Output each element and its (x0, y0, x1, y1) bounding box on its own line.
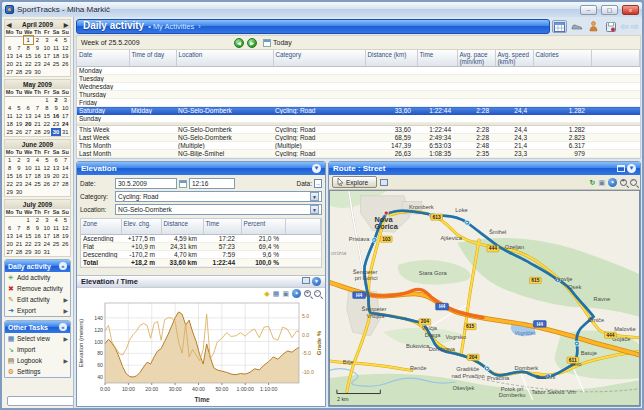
calendar-day[interactable]: 22 (42, 120, 51, 128)
column-header[interactable]: Location (176, 50, 273, 67)
calendar-day[interactable]: 10 (61, 104, 70, 112)
calendar-day[interactable]: 16 (51, 112, 60, 120)
calendar-day[interactable]: 10 (42, 44, 51, 52)
column-header[interactable]: Avg. pace (min/km) (457, 50, 495, 67)
column-header[interactable]: Time of day (129, 50, 176, 67)
elevation-chart[interactable]: 0:0010:0020:0030:0040:0050:001:00:001:10… (77, 299, 325, 406)
close-button[interactable]: x (622, 5, 639, 15)
calendar-day[interactable]: 19 (61, 232, 70, 240)
calendar-day[interactable]: 23 (33, 240, 42, 248)
chart-type-icon[interactable]: ▦ (273, 289, 280, 298)
table-row[interactable]: Monday (77, 67, 640, 75)
calendar-day[interactable]: 3 (61, 96, 70, 104)
calendar-day[interactable]: 14 (33, 112, 42, 120)
calendar-day[interactable]: 1 (5, 156, 14, 164)
calendar-day[interactable]: 15 (5, 172, 14, 180)
map-compass-icon[interactable]: ✦ (608, 178, 617, 187)
column-header[interactable]: Date (77, 50, 129, 67)
column-header[interactable]: Avg. speed (km/h) (495, 50, 533, 67)
task-item-logbook[interactable]: ▤Logbook▶ (5, 355, 70, 366)
table-row[interactable]: Wednesday (77, 83, 640, 91)
today-button[interactable]: Today (260, 38, 295, 48)
refresh-icon[interactable]: ↻ (590, 178, 596, 187)
table-row[interactable]: SaturdayMiddayNG-Selo-DornberkCycling: R… (77, 107, 640, 115)
calendar-day[interactable]: 12 (61, 44, 70, 52)
route-menu-icon[interactable]: ▼ (627, 164, 636, 173)
calendar-day[interactable]: 13 (51, 164, 60, 172)
route-select-icon[interactable] (380, 179, 388, 186)
calendar-day[interactable]: 5 (42, 156, 51, 164)
calendar-day[interactable]: 24 (42, 240, 51, 248)
calendar-day[interactable]: 7 (61, 156, 70, 164)
date-picker-icon[interactable] (179, 180, 187, 188)
table-row[interactable]: This Month(Multiple)(Multiple)147,396:53… (77, 142, 640, 150)
calendar-day[interactable]: 7 (14, 224, 23, 232)
chart-compass-icon[interactable]: ✦ (292, 289, 301, 298)
calendar-day[interactable]: 2 (51, 96, 60, 104)
daily-view-button[interactable] (552, 20, 567, 33)
zoom-out-icon[interactable] (314, 290, 321, 297)
calendar-day[interactable]: 21 (14, 60, 23, 68)
calendar-day[interactable]: 19 (14, 120, 23, 128)
calendar-day[interactable]: 1 (42, 96, 51, 104)
task-item-export[interactable]: ➔Export▶ (5, 305, 70, 316)
chart-expand-icon[interactable]: ▼ (312, 277, 321, 286)
calendar-day[interactable]: 16 (33, 232, 42, 240)
next-week-button[interactable]: ▶ (247, 38, 257, 48)
calendar-day[interactable]: 5 (14, 104, 23, 112)
calendar-day[interactable]: 6 (5, 224, 14, 232)
calendar-day[interactable]: 2 (14, 156, 23, 164)
calendar-day[interactable]: 4 (33, 156, 42, 164)
calendar-day[interactable]: 11 (33, 164, 42, 172)
calendar-day[interactable]: 6 (24, 104, 33, 112)
calendar-day[interactable]: 17 (61, 112, 70, 120)
calendar-day[interactable]: 27 (51, 180, 60, 188)
calendar-day[interactable]: 22 (24, 60, 33, 68)
athlete-view-button[interactable] (586, 20, 601, 33)
calendar-day[interactable]: 27 (5, 68, 14, 76)
map-zoom-out-icon[interactable] (630, 179, 637, 186)
chart-window-icon[interactable] (302, 277, 310, 284)
calendar-day[interactable]: 21 (61, 172, 70, 180)
calendar-day[interactable]: 20 (5, 60, 14, 68)
calendar-day[interactable]: 28 (61, 180, 70, 188)
calendar-day[interactable]: 27 (5, 248, 14, 256)
calendar-day[interactable]: 24 (24, 180, 33, 188)
calendar-day[interactable]: 17 (42, 232, 51, 240)
calendar-day[interactable]: 3 (42, 216, 51, 224)
column-header[interactable] (591, 50, 640, 67)
task-item-edit-activity[interactable]: ✎Edit activity▶ (5, 294, 70, 305)
save-logbook-button[interactable] (603, 20, 618, 33)
calendar-day[interactable]: 18 (33, 172, 42, 180)
calendar-day[interactable]: 18 (51, 52, 60, 60)
task-item-add-activity[interactable]: ✳Add activity (5, 272, 70, 283)
calendar-day[interactable]: 26 (42, 180, 51, 188)
table-row[interactable]: Sunday (77, 115, 640, 123)
calendar-day[interactable]: 17 (24, 172, 33, 180)
explore-button[interactable]: Explore (332, 176, 377, 188)
route-map[interactable]: KromberkLokeNovaGoricaŠmihelAjševicaOzel… (329, 190, 640, 406)
calendar-day[interactable]: 19 (61, 52, 70, 60)
calendar-day[interactable]: 9 (33, 224, 42, 232)
zoom-in-icon[interactable] (304, 290, 311, 297)
calendar-day[interactable]: 11 (5, 112, 14, 120)
calendar-day[interactable]: 4 (51, 216, 60, 224)
column-header[interactable]: Calories (533, 50, 591, 67)
maximize-button[interactable]: ▢ (601, 5, 618, 15)
map-zoom-in-icon[interactable] (620, 179, 627, 186)
calendar-day[interactable]: 6 (5, 44, 14, 52)
calendar-day[interactable]: 11 (51, 44, 60, 52)
calendar-day[interactable]: 9 (14, 164, 23, 172)
calendar-day[interactable]: 30 (51, 128, 60, 136)
calendar-day[interactable]: 13 (5, 232, 14, 240)
calendar-day[interactable]: 5 (61, 216, 70, 224)
calendar-day[interactable]: 23 (33, 60, 42, 68)
task-item-select-view[interactable]: ▦Select view▶ (5, 333, 70, 344)
calendar-day[interactable]: 9 (51, 104, 60, 112)
prev-week-button[interactable]: ◀ (234, 38, 244, 48)
calendar-day[interactable]: 10 (24, 164, 33, 172)
calendar-day[interactable]: 26 (14, 128, 23, 136)
calendar-day[interactable]: 16 (14, 172, 23, 180)
calendar-day[interactable]: 24 (42, 60, 51, 68)
calendar-day[interactable]: 25 (5, 128, 14, 136)
